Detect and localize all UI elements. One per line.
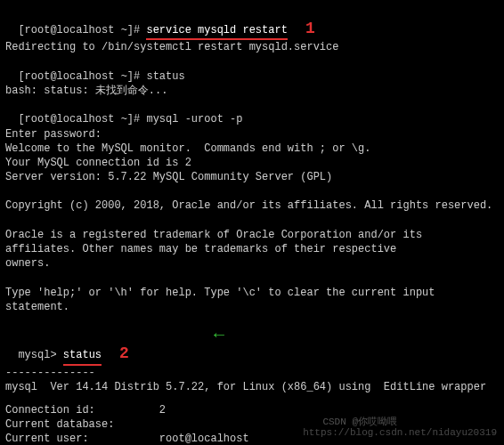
mysql-prompt-line: mysql> status2	[5, 328, 499, 365]
output-line-error: bash: status: 未找到命令...	[5, 84, 499, 98]
output-line: affiliates. Other names may be trademark…	[5, 242, 499, 256]
annotation-marker-1: 1	[305, 18, 315, 39]
output-line: Copyright (c) 2000, 2018, Oracle and/or …	[5, 198, 499, 213]
mysql-intro-block: Enter password:Welcome to the MySQL moni…	[5, 127, 499, 329]
status-row: Connection id: 2	[5, 403, 499, 417]
output-line: Redirecting to /bin/systemctl restart my…	[5, 40, 499, 54]
mysql-prompt: mysql>	[18, 349, 62, 361]
prompt-line-3: [root@localhost ~]# mysql -uroot -p	[5, 98, 499, 126]
output-line: Your MySQL connection id is 2	[5, 156, 499, 170]
output-line: Welcome to the MySQL monitor. Commands e…	[5, 142, 499, 156]
output-line	[5, 214, 499, 228]
divider-line: --------------	[5, 366, 499, 380]
prompt-line-1: [root@localhost ~]# service mysqld resta…	[5, 4, 499, 40]
output-line	[5, 271, 499, 285]
output-line	[5, 184, 499, 198]
output-line: Type 'help;' or '\h' for help. Type '\c'…	[5, 286, 499, 314]
command-mysql-status: status	[63, 348, 102, 365]
command-service-restart: service mysqld restart	[146, 23, 287, 40]
version-line: mysql Ver 14.14 Distrib 5.7.22, for Linu…	[5, 380, 499, 394]
output-line	[5, 314, 499, 328]
annotation-marker-2: 2	[119, 343, 129, 364]
command-status-bad: status	[146, 70, 184, 83]
output-line: Enter password:	[5, 127, 499, 142]
command-mysql-login: mysql -uroot -p	[146, 113, 242, 125]
output-line: Server version: 5.7.22 MySQL Community S…	[5, 170, 499, 184]
shell-prompt: [root@localhost ~]#	[18, 113, 146, 125]
output-line: Oracle is a registered trademark of Orac…	[5, 228, 499, 242]
shell-prompt: [root@localhost ~]#	[18, 70, 146, 83]
prompt-line-2: [root@localhost ~]# status	[5, 55, 499, 84]
shell-prompt: [root@localhost ~]#	[18, 24, 146, 36]
watermark-url: https://blog.csdn.net/nidayu20319	[303, 426, 497, 440]
output-line: owners.	[5, 256, 499, 271]
